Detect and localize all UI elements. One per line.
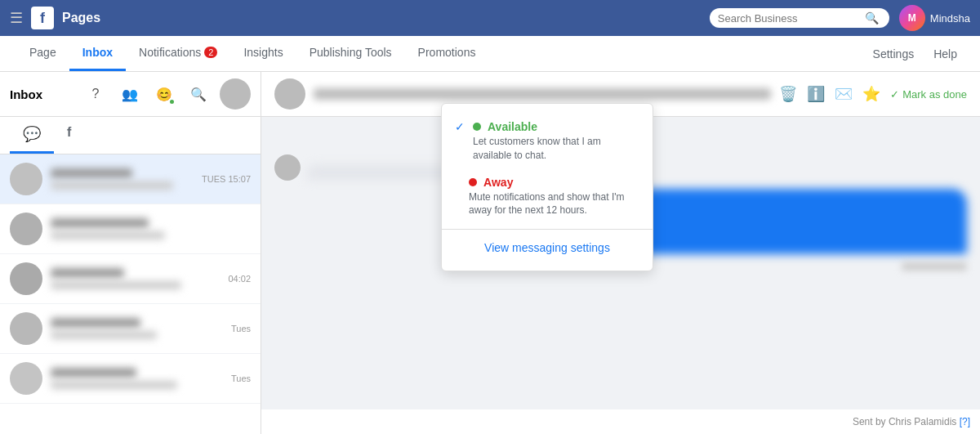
msg-name xyxy=(51,268,124,278)
people-icon: 👥 xyxy=(122,87,138,102)
avatar[interactable]: M xyxy=(899,5,925,31)
msg-time: Tues xyxy=(231,374,251,383)
hamburger-icon: ☰ xyxy=(10,10,23,26)
hamburger-menu[interactable]: ☰ xyxy=(10,9,23,27)
email-icon[interactable]: ✉️ xyxy=(835,85,853,103)
msg-content xyxy=(51,318,223,339)
list-item[interactable] xyxy=(0,204,261,254)
status-dot xyxy=(168,98,176,105)
star-icon[interactable]: ⭐ xyxy=(862,85,880,103)
settings-link[interactable]: Settings xyxy=(866,47,921,60)
inbox-title: Inbox xyxy=(10,87,42,101)
available-dot xyxy=(473,123,481,131)
list-item[interactable]: TUES 15:07 xyxy=(0,154,261,204)
inbox-sidebar: Inbox ? 👥 😊 🔍 💬 f xyxy=(0,72,261,434)
msg-content xyxy=(51,218,243,239)
mark-done-label: Mark as done xyxy=(902,88,967,101)
msg-name xyxy=(51,218,149,228)
chat-contact-avatar xyxy=(274,78,305,110)
dropdown-divider xyxy=(442,229,653,230)
nav-publishing-tools[interactable]: Publishing Tools xyxy=(296,36,405,71)
msg-preview xyxy=(51,331,157,339)
away-label: Away xyxy=(483,176,513,189)
help-link[interactable]: Help xyxy=(927,47,964,60)
sent-by-bracket[interactable]: [?] xyxy=(960,416,970,427)
nav-insights-label: Insights xyxy=(243,46,283,59)
available-checkmark: ✓ xyxy=(455,120,465,133)
available-label: Available xyxy=(488,120,537,133)
nav-inbox[interactable]: Inbox xyxy=(69,36,126,71)
nav-promotions-label: Promotions xyxy=(418,46,476,59)
msg-content xyxy=(51,268,220,289)
tab-facebook[interactable]: f xyxy=(54,117,84,154)
tab-messenger[interactable]: 💬 xyxy=(10,117,54,154)
notifications-badge: 2 xyxy=(204,47,217,58)
nav-promotions[interactable]: Promotions xyxy=(405,36,489,71)
list-item[interactable]: Tues xyxy=(0,354,261,404)
search-bar[interactable]: 🔍 xyxy=(710,8,889,28)
list-item[interactable]: Tues xyxy=(0,304,261,354)
facebook-icon: f xyxy=(67,125,71,139)
mark-as-done-btn[interactable]: ✓ Mark as done xyxy=(890,88,967,101)
away-status-row: Away xyxy=(469,176,639,189)
sub-nav: Page Inbox Notifications 2 Insights Publ… xyxy=(0,36,980,72)
msg-avatar xyxy=(10,312,42,345)
msg-preview xyxy=(51,381,177,389)
sent-bubble xyxy=(608,189,967,254)
msg-content xyxy=(51,368,223,389)
search-icon: 🔍 xyxy=(865,11,879,25)
pages-label: Pages xyxy=(62,11,100,25)
nav-inbox-label: Inbox xyxy=(82,46,113,59)
msg-avatar xyxy=(10,213,42,245)
view-messaging-settings-link[interactable]: View messaging settings xyxy=(442,235,653,261)
tabs-row: 💬 f xyxy=(0,117,261,154)
inbox-header: Inbox ? 👥 😊 🔍 xyxy=(0,72,261,117)
chat-area: 🗑️ ℹ️ ✉️ ⭐ ✓ Mark as done TUES 15:07 xyxy=(261,72,980,434)
msg-time: 04:02 xyxy=(228,274,251,284)
msg-name xyxy=(51,168,132,178)
msg-name xyxy=(51,368,136,378)
trash-icon[interactable]: 🗑️ xyxy=(779,85,797,103)
search-input[interactable] xyxy=(718,12,865,25)
facebook-logo: f xyxy=(31,7,54,29)
msg-avatar xyxy=(10,163,42,195)
sender-avatar xyxy=(274,154,301,181)
available-status-row: Available xyxy=(473,120,639,133)
nav-insights[interactable]: Insights xyxy=(230,36,296,71)
checkmark-icon: ✓ xyxy=(890,88,899,101)
selected-convo-avatar xyxy=(220,78,251,110)
people-icon-btn[interactable]: 👥 xyxy=(117,81,143,107)
msg-time: TUES 15:07 xyxy=(202,174,251,184)
messenger-icon: 💬 xyxy=(23,126,41,142)
msg-preview xyxy=(51,181,173,190)
nav-notifications-label: Notifications xyxy=(139,46,201,59)
away-option[interactable]: Away Mute notifications and show that I'… xyxy=(442,169,653,225)
msg-name xyxy=(51,318,140,328)
sub-nav-right: Settings Help xyxy=(866,36,964,71)
message-list: TUES 15:07 04:02 xyxy=(0,154,261,434)
info-icon[interactable]: ℹ️ xyxy=(807,85,825,103)
msg-avatar xyxy=(10,362,42,395)
msg-preview xyxy=(51,281,181,289)
status-icon-btn[interactable]: 😊 xyxy=(151,81,177,107)
sent-by-label: Sent by Chris Palamidis [?] xyxy=(853,416,970,427)
avatar-initial: M xyxy=(908,12,916,24)
help-icon-btn[interactable]: ? xyxy=(82,81,109,107)
list-item[interactable]: 04:02 xyxy=(0,254,261,304)
nav-notifications[interactable]: Notifications 2 xyxy=(126,36,230,71)
search-icon-btn[interactable]: 🔍 xyxy=(185,81,212,107)
top-bar: ☰ f Pages 🔍 M Mindsha xyxy=(0,0,980,36)
nav-publishing-tools-label: Publishing Tools xyxy=(310,46,392,59)
chat-header-actions: 🗑️ ℹ️ ✉️ ⭐ ✓ Mark as done xyxy=(779,85,967,103)
search-small-icon: 🔍 xyxy=(190,87,207,102)
user-name: Mindsha xyxy=(930,12,970,25)
nav-page[interactable]: Page xyxy=(16,36,69,71)
status-dropdown: ✓ Available Let customers know that I am… xyxy=(441,103,653,271)
msg-preview xyxy=(51,231,165,239)
msg-content xyxy=(51,168,194,190)
help-icon: ? xyxy=(92,87,100,101)
msg-avatar xyxy=(10,262,42,295)
nav-page-label: Page xyxy=(29,46,56,59)
available-desc: Let customers know that I am available t… xyxy=(473,135,639,163)
available-option[interactable]: ✓ Available Let customers know that I am… xyxy=(442,114,653,169)
